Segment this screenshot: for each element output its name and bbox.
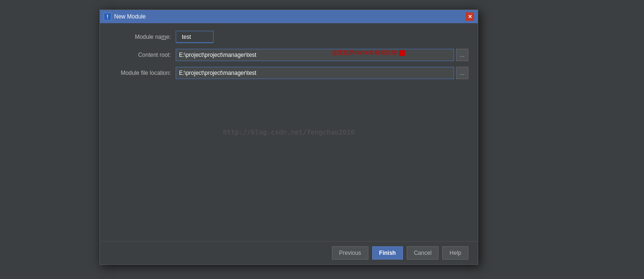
right-panel (474, 0, 644, 279)
previous-button[interactable]: Previous (332, 246, 368, 260)
dialog-title-left: ! New Module (104, 13, 146, 20)
module-name-row: Module name: (109, 31, 468, 43)
close-button[interactable]: ✕ (465, 12, 474, 21)
module-file-input[interactable] (176, 67, 454, 79)
dialog-app-icon: ! (104, 13, 111, 20)
dialog-overlay: ! New Module ✕ Module name: Content root… (0, 0, 644, 279)
finish-button[interactable]: Finish (372, 246, 403, 260)
dialog-body: Module name: Content root: ... M (100, 23, 478, 241)
content-root-label: Content root: (109, 52, 176, 58)
module-name-input[interactable] (176, 31, 214, 43)
error-text: 这里处的name名称相比较 (332, 49, 397, 57)
module-file-input-wrap: ... (176, 67, 468, 79)
module-file-label: Module file location: (109, 70, 176, 76)
watermark-text: http://blog.csdn.net/fengchao2016 (223, 128, 355, 136)
module-file-label-text: Module file location: (121, 70, 171, 76)
error-icon (399, 50, 405, 56)
cancel-button[interactable]: Cancel (407, 246, 438, 260)
content-root-row: Content root: ... (109, 49, 468, 61)
content-root-browse-button[interactable]: ... (456, 49, 468, 61)
dialog-footer: Previous Finish Cancel Help (100, 241, 478, 264)
content-root-label-text: Content root: (138, 52, 171, 58)
module-file-row: Module file location: ... (109, 67, 468, 79)
module-name-label: Module name: (109, 34, 176, 40)
content-root-input-wrap: ... (176, 49, 468, 61)
module-file-browse-button[interactable]: ... (456, 67, 468, 79)
content-root-input[interactable] (176, 49, 454, 61)
new-module-dialog: ! New Module ✕ Module name: Content root… (99, 9, 478, 265)
dialog-title-text: New Module (114, 13, 146, 20)
error-annotation: 这里处的name名称相比较 (332, 49, 405, 57)
left-panel (0, 0, 99, 279)
help-button[interactable]: Help (442, 246, 468, 260)
dialog-icon-label: ! (107, 14, 108, 19)
module-name-input-wrap (176, 31, 468, 43)
dialog-titlebar[interactable]: ! New Module ✕ (100, 10, 478, 23)
